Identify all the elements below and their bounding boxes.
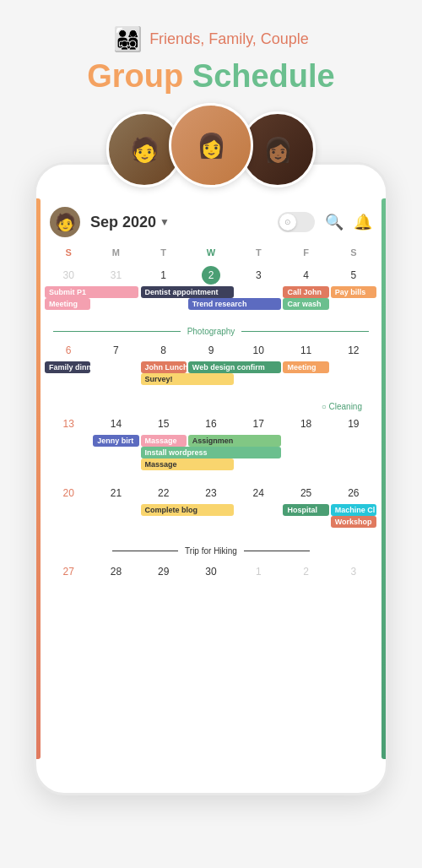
header-sunday: S	[45, 244, 92, 261]
header-thursday: T	[235, 244, 282, 261]
top-section: 👨‍👩‍👧‍👦 Friends, Family, Couple Group Sc…	[0, 0, 422, 162]
trip-label: Trip for Hiking	[178, 546, 244, 556]
photo-line-left	[53, 331, 181, 332]
month-label: Sep 2020	[90, 214, 156, 231]
trip-line-left	[112, 551, 178, 551]
title-schedule: Schedule	[183, 58, 335, 94]
week-row-3: 13 14 15 16 17 18 19 Jenny birt Massage …	[45, 413, 377, 480]
family-emoji: 👨‍👩‍👧‍👦	[113, 25, 143, 53]
day-30[interactable]: 30	[187, 561, 235, 611]
day-1-next[interactable]: 1	[235, 561, 282, 611]
day-25[interactable]: 25	[282, 482, 329, 541]
week-row-4: 20 21 22 23 24 25 26 Complete blog Hospi…	[45, 482, 377, 541]
week-row-2: 6 7 8 9 10 11 12 Family dinn John Lunch …	[45, 339, 377, 399]
trip-row: Trip for Hiking	[45, 545, 377, 557]
day-number: 2	[297, 562, 316, 581]
day-4[interactable]: 4	[282, 264, 329, 323]
day-5[interactable]: 5	[330, 264, 377, 323]
day-29[interactable]: 29	[140, 561, 187, 611]
day-2-today[interactable]: 2	[187, 264, 235, 323]
day-21[interactable]: 21	[92, 482, 139, 541]
view-toggle[interactable]: ⊙	[278, 212, 315, 232]
day-3-next[interactable]: 3	[330, 561, 377, 611]
day-number: 17	[249, 415, 268, 433]
day-8[interactable]: 8	[140, 339, 187, 399]
day-number: 3	[344, 562, 363, 581]
day-31-prev[interactable]: 31	[92, 264, 139, 323]
dropdown-arrow-icon: ▼	[160, 216, 170, 228]
day-number: 29	[154, 562, 173, 581]
day-number: 5	[344, 266, 363, 285]
header-icons: ⊙ 🔍 🔔	[278, 212, 372, 232]
day-2-next[interactable]: 2	[282, 561, 329, 611]
app-tagline: 👨‍👩‍👧‍👦 Friends, Family, Couple	[113, 25, 309, 53]
cleaning-label: ○ Cleaning	[322, 402, 362, 411]
day-number: 15	[154, 415, 173, 433]
day-3[interactable]: 3	[235, 264, 282, 323]
day-6[interactable]: 6	[45, 339, 92, 399]
calendar-grid: S M T W T F S 30 31 1 2 3 4 5 Submit P1 …	[36, 244, 386, 611]
day-number: 3	[249, 266, 268, 285]
day-number: 4	[297, 266, 316, 285]
day-number: 25	[297, 484, 316, 502]
avatar-2: 👩	[169, 103, 253, 187]
day-number: 10	[249, 341, 268, 360]
day-number: 20	[59, 484, 78, 502]
photography-row: Photography	[45, 325, 377, 338]
day-22[interactable]: 22	[140, 482, 187, 541]
week-row-1: 30 31 1 2 3 4 5 Submit P1 Meeting Dentis…	[45, 264, 377, 323]
day-number: 14	[106, 415, 125, 433]
day-number: 27	[59, 562, 78, 581]
day-number: 28	[106, 562, 125, 581]
header-monday: M	[92, 244, 139, 261]
day-number: 1	[249, 562, 268, 581]
day-16[interactable]: 16	[187, 413, 235, 480]
day-7[interactable]: 7	[92, 339, 139, 399]
day-number: 12	[344, 341, 363, 360]
toggle-circle: ⊙	[279, 214, 296, 231]
day-14[interactable]: 14	[92, 413, 139, 480]
day-15[interactable]: 15	[140, 413, 187, 480]
photo-line-right	[241, 331, 369, 332]
day-headers: S M T W T F S	[45, 244, 377, 261]
notification-icon[interactable]: 🔔	[354, 213, 372, 231]
day-1[interactable]: 1	[140, 264, 187, 323]
day-18[interactable]: 18	[282, 413, 329, 480]
day-9[interactable]: 9	[187, 339, 235, 399]
tagline-text: Friends, Family, Couple	[149, 30, 309, 48]
header-friday: F	[282, 244, 329, 261]
day-27[interactable]: 27	[45, 561, 92, 611]
day-30-prev[interactable]: 30	[45, 264, 92, 323]
day-20[interactable]: 20	[45, 482, 92, 541]
day-number: 8	[154, 341, 173, 360]
app-title: Group Schedule	[87, 58, 334, 95]
day-17[interactable]: 17	[235, 413, 282, 480]
day-12[interactable]: 12	[330, 339, 377, 399]
user-avatar[interactable]: 🧑	[50, 207, 80, 237]
day-19[interactable]: 19	[330, 413, 377, 480]
day-number: 30	[202, 562, 220, 581]
month-title[interactable]: Sep 2020 ▼	[90, 214, 273, 231]
search-icon[interactable]: 🔍	[325, 213, 344, 231]
day-number: 13	[59, 415, 78, 433]
day-10[interactable]: 10	[235, 339, 282, 399]
phone-frame: 🧑 Sep 2020 ▼ ⊙ 🔍 🔔 S M T W T F S 30 31	[34, 162, 388, 795]
day-26[interactable]: 26	[330, 482, 377, 541]
day-24[interactable]: 24	[235, 482, 282, 541]
day-number: 11	[297, 341, 316, 360]
header-wednesday: W	[187, 244, 235, 261]
day-number: 18	[297, 415, 316, 433]
header-tuesday: T	[140, 244, 187, 261]
day-23[interactable]: 23	[187, 482, 235, 541]
avatars-row: 🧑 👩 👩🏾	[113, 111, 309, 187]
day-11[interactable]: 11	[282, 339, 329, 399]
day-number: 26	[344, 484, 363, 502]
day-number: 21	[106, 484, 125, 502]
photography-label: Photography	[181, 327, 242, 336]
day-28[interactable]: 28	[92, 561, 139, 611]
day-number: 31	[106, 266, 125, 285]
day-13[interactable]: 13	[45, 413, 92, 480]
day-number: 6	[59, 341, 78, 360]
trip-line-right	[244, 551, 310, 551]
day-number: 16	[202, 415, 220, 433]
